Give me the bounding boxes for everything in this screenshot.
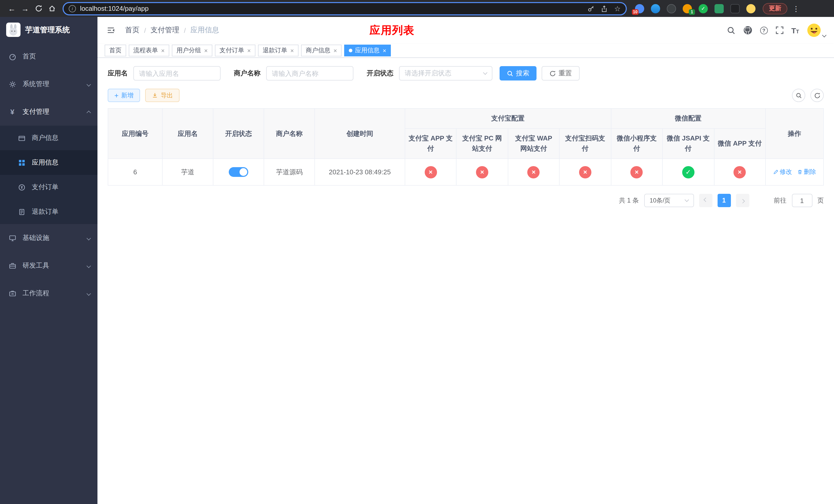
close-icon[interactable]: × (247, 47, 251, 53)
page-size-select[interactable]: 10条/页 (644, 194, 694, 207)
github-icon[interactable] (743, 26, 752, 35)
cell-actions: 修改 删除 (766, 159, 824, 186)
sidebar-item-label: 工作流程 (23, 289, 49, 298)
chevron-down-icon (87, 262, 90, 270)
sidebar-item-pay-order[interactable]: 支付订单 (0, 175, 97, 200)
pagination: 共 1 条 10条/页 1 前往 页 (108, 194, 824, 207)
app-name-label: 应用名 (108, 69, 128, 78)
extension-icon[interactable]: 1 (683, 4, 692, 13)
next-page-button[interactable] (736, 194, 749, 207)
plus-icon: + (114, 92, 118, 99)
tab-user-group[interactable]: 用户分组× (172, 45, 212, 56)
add-button[interactable]: + 新增 (108, 89, 140, 102)
dashboard-icon (8, 52, 16, 61)
browser-update-button[interactable]: 更新 (763, 3, 787, 14)
extension-icon[interactable] (746, 4, 755, 13)
apps-table: 应用编号 应用名 开启状态 商户名称 创建时间 支付宝配置 微信配置 操作 支付… (108, 108, 824, 186)
sidebar-item-devtools[interactable]: 研发工具 (0, 252, 97, 279)
sidebar-item-app-info[interactable]: 应用信息 (0, 150, 97, 175)
sidebar-item-workflow[interactable]: 工作流程 (0, 279, 97, 307)
screen: ← → i localhost:1024/pay/app ☆ 10 (0, 0, 834, 504)
col-actions: 操作 (766, 109, 824, 159)
tab-merchant-info[interactable]: 商户信息× (301, 45, 342, 56)
status-select[interactable]: 请选择开启状态 (399, 66, 492, 81)
sidebar-item-payment[interactable]: ¥ 支付管理 (0, 98, 97, 125)
tab-app-info[interactable]: 应用信息× (344, 45, 391, 56)
site-info-icon[interactable]: i (69, 5, 76, 12)
search-icon[interactable] (727, 26, 735, 35)
extension-icon[interactable] (651, 4, 660, 13)
sidebar-item-merchant-info[interactable]: 商户信息 (0, 125, 97, 150)
export-button[interactable]: 导出 (145, 89, 179, 102)
user-avatar[interactable] (807, 23, 826, 38)
delete-link[interactable]: 删除 (797, 168, 816, 177)
address-bar[interactable]: i localhost:1024/pay/app ☆ (63, 2, 627, 15)
browser-menu-icon[interactable]: ⋮ (792, 4, 799, 13)
goto-page-input[interactable] (792, 194, 812, 207)
forward-icon[interactable]: → (19, 2, 32, 15)
app-logo-row[interactable]: 芋道管理系统 (0, 17, 97, 43)
search-button[interactable]: 搜索 (500, 66, 536, 81)
col-created: 创建时间 (315, 109, 405, 159)
tab-refund-order[interactable]: 退款订单× (258, 45, 299, 56)
refresh-button[interactable] (810, 89, 824, 102)
extension-icon[interactable] (715, 4, 724, 13)
alipay-pc-status-icon: × (476, 166, 488, 178)
col-alipay-qr: 支付宝扫码支付 (559, 129, 611, 159)
merchant-name-input[interactable] (266, 66, 353, 81)
breadcrumb-section[interactable]: 支付管理 (151, 26, 179, 35)
tab-process-form[interactable]: 流程表单× (129, 45, 169, 56)
font-size-icon[interactable]: TT (791, 26, 799, 34)
breadcrumb-separator: / (144, 26, 146, 34)
close-icon[interactable]: × (382, 47, 386, 53)
extension-icon[interactable] (730, 4, 740, 13)
reset-button[interactable]: 重置 (542, 66, 579, 81)
password-key-icon[interactable] (588, 5, 595, 12)
card-icon (18, 134, 26, 142)
sidebar-item-label: 退款订单 (32, 207, 59, 216)
extension-icon[interactable] (667, 4, 676, 13)
grid-icon (18, 158, 26, 167)
close-icon[interactable]: × (290, 47, 294, 53)
toggle-search-button[interactable] (792, 89, 805, 102)
close-icon[interactable]: × (333, 47, 337, 53)
current-page-button[interactable]: 1 (717, 194, 731, 207)
alipay-wap-status-icon: × (528, 166, 540, 178)
col-wx-app: 微信 APP 支付 (714, 129, 766, 159)
sidebar-item-system[interactable]: 系统管理 (0, 70, 97, 98)
home-icon[interactable] (45, 2, 59, 15)
extension-badge: 10 (632, 9, 639, 15)
edit-link[interactable]: 修改 (773, 168, 792, 177)
app-name-input[interactable] (133, 66, 221, 81)
tab-home[interactable]: 首页 (105, 45, 126, 56)
close-icon[interactable]: × (204, 47, 208, 53)
back-icon[interactable]: ← (5, 2, 19, 15)
extension-icon[interactable]: 10 (635, 4, 644, 13)
close-icon[interactable]: × (161, 47, 164, 53)
chevron-down-icon (483, 70, 487, 75)
prev-page-button[interactable] (699, 194, 712, 207)
sidebar-item-refund-order[interactable]: 退款订单 (0, 200, 97, 224)
col-status: 开启状态 (213, 109, 264, 159)
share-icon[interactable] (601, 5, 608, 12)
sidebar-item-label: 支付管理 (23, 107, 49, 116)
extension-icon[interactable]: ✓ (699, 4, 708, 13)
sidebar-item-infra[interactable]: 基础设施 (0, 224, 97, 252)
page-title: 应用列表 (370, 23, 415, 38)
help-icon[interactable]: ? (760, 26, 768, 34)
breadcrumb-home[interactable]: 首页 (125, 26, 139, 35)
reload-icon[interactable] (32, 2, 45, 15)
sidebar-item-label: 研发工具 (23, 261, 49, 270)
bookmark-star-icon[interactable]: ☆ (614, 4, 621, 13)
url-text[interactable]: localhost:1024/pay/app (80, 5, 149, 12)
tab-pay-order[interactable]: 支付订单× (215, 45, 256, 56)
sidebar-collapse-icon[interactable] (106, 25, 116, 36)
wechat-mini-status-icon: × (631, 166, 643, 178)
status-toggle[interactable] (229, 167, 248, 177)
chevron-down-icon (822, 33, 827, 38)
col-alipay-wap: 支付宝 WAP 网站支付 (508, 129, 559, 159)
chevron-down-icon (87, 80, 90, 88)
fullscreen-icon[interactable] (775, 26, 784, 35)
col-app-name: 应用名 (162, 109, 213, 159)
sidebar-item-home[interactable]: 首页 (0, 43, 97, 70)
